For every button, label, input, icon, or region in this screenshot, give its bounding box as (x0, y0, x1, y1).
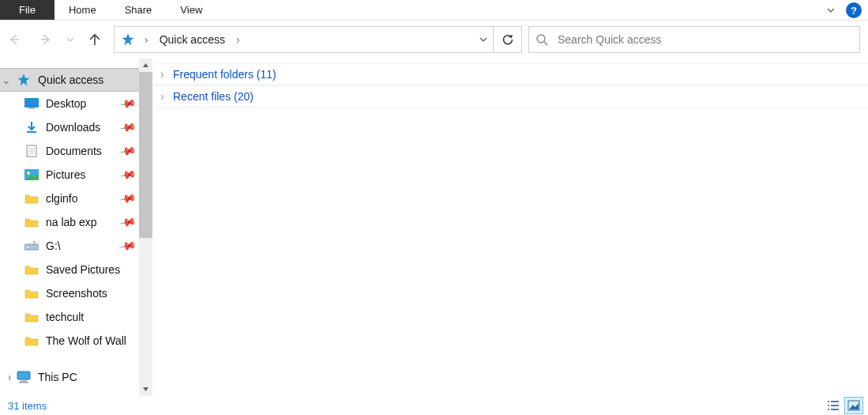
search-input[interactable] (556, 32, 853, 47)
nav-item-label: Saved Pictures (46, 263, 120, 276)
nav-item-label: Downloads (46, 121, 100, 134)
help-button[interactable]: ? (846, 2, 862, 18)
svg-rect-26 (831, 401, 839, 402)
scroll-thumb[interactable] (139, 72, 152, 238)
tab-file[interactable]: File (0, 0, 54, 20)
arrow-up-icon (88, 32, 102, 47)
arrow-left-icon (7, 32, 21, 47)
details-view-icon (827, 400, 840, 411)
group-header-link[interactable]: Frequent folders (11) (173, 68, 276, 81)
chevron-down-icon (479, 35, 488, 44)
chevron-down-icon[interactable]: ⌄ (2, 74, 11, 86)
tab-home[interactable]: Home (54, 0, 111, 20)
breadcrumb[interactable]: Quick access (156, 27, 228, 52)
pin-icon: 📌 (118, 119, 137, 137)
folder-icon (24, 191, 39, 206)
search-icon (535, 33, 548, 46)
svg-marker-6 (18, 74, 30, 86)
svg-rect-27 (828, 405, 829, 406)
history-dropdown[interactable] (65, 36, 76, 43)
group-frequent-folders[interactable]: › Frequent folders (11) (154, 63, 868, 85)
navitem-pictures[interactable]: Pictures 📌 (0, 163, 139, 187)
svg-rect-25 (828, 401, 829, 402)
group-recent-files[interactable]: › Recent files (20) (154, 85, 868, 108)
navitem-documents[interactable]: Documents 📌 (0, 139, 139, 163)
navitem-wolf-of-wall[interactable]: The Wolf of Wall (0, 329, 139, 353)
svg-rect-7 (24, 98, 39, 108)
svg-rect-22 (19, 382, 28, 383)
chevron-right-icon[interactable]: › (5, 371, 14, 383)
folder-icon (24, 286, 39, 300)
svg-point-15 (27, 172, 30, 175)
tab-share[interactable]: Share (111, 0, 167, 20)
refresh-button[interactable] (493, 27, 521, 52)
navitem-saved-pictures[interactable]: Saved Pictures (0, 258, 139, 281)
chevron-right-icon: › (231, 33, 245, 46)
scroll-up-button[interactable] (139, 58, 152, 72)
nav-item-label: This PC (38, 371, 77, 383)
svg-rect-21 (21, 380, 27, 382)
quick-access-star-icon (121, 32, 135, 47)
svg-marker-23 (143, 63, 148, 67)
nav-item-label: Documents (46, 145, 102, 157)
navitem-clginfo[interactable]: clginfo 📌 (0, 187, 139, 210)
chevron-right-icon[interactable]: › (160, 68, 173, 81)
nav-item-label: Screenshots (46, 287, 107, 300)
chevron-right-icon[interactable]: › (160, 90, 173, 103)
svg-point-18 (27, 247, 28, 248)
forward-button[interactable] (33, 27, 58, 52)
picture-icon (24, 168, 39, 182)
svg-rect-29 (828, 409, 829, 410)
nav-item-label: clginfo (46, 192, 77, 205)
help-icon: ? (851, 5, 857, 17)
navitem-quick-access[interactable]: ⌄ Quick access (0, 68, 139, 92)
toolbar: › Quick access › (0, 21, 868, 58)
view-large-icons-button[interactable] (844, 397, 863, 414)
pin-icon: 📌 (118, 95, 137, 113)
svg-rect-17 (24, 244, 39, 250)
navitem-downloads[interactable]: Downloads 📌 (0, 115, 139, 139)
chevron-right-icon: › (140, 33, 153, 46)
ribbon-collapse-dropdown[interactable] (821, 0, 841, 20)
navitem-na-lab-exp[interactable]: na lab exp 📌 (0, 210, 139, 234)
large-icons-view-icon (847, 400, 860, 411)
svg-rect-28 (831, 405, 839, 406)
drive-icon: ? (24, 239, 39, 253)
svg-marker-24 (143, 387, 148, 391)
item-count: 31 items (8, 400, 47, 412)
folder-icon (24, 334, 39, 348)
pin-icon: 📌 (118, 213, 137, 232)
address-bar[interactable]: › Quick access › (114, 26, 522, 53)
tab-view[interactable]: View (166, 0, 216, 20)
up-button[interactable] (82, 27, 107, 52)
star-icon (16, 73, 32, 87)
arrow-right-icon (39, 32, 53, 47)
desktop-icon (24, 96, 39, 111)
caret-down-icon (142, 386, 149, 393)
nav-item-label: The Wolf of Wall (46, 334, 126, 347)
scroll-down-button[interactable] (139, 383, 152, 396)
address-history-dropdown[interactable] (472, 27, 493, 52)
navitem-techcult[interactable]: techcult (0, 305, 139, 329)
back-button[interactable] (2, 27, 27, 52)
svg-marker-32 (849, 403, 859, 409)
svg-marker-3 (122, 34, 134, 46)
navpane-scrollbar[interactable] (139, 58, 152, 396)
svg-point-4 (537, 35, 545, 43)
navigation-pane: ⌄ Quick access Desktop 📌 Downloads 📌 Doc… (0, 58, 139, 396)
pin-icon: 📌 (118, 190, 137, 208)
navitem-screenshots[interactable]: Screenshots (0, 281, 139, 305)
view-details-button[interactable] (824, 397, 843, 414)
pin-icon: 📌 (118, 237, 137, 255)
navitem-this-pc[interactable]: › This PC (0, 365, 139, 389)
svg-rect-20 (17, 372, 30, 379)
document-icon (24, 144, 39, 158)
folder-icon (24, 310, 39, 324)
search-box[interactable] (528, 26, 860, 53)
navitem-drive-g[interactable]: ? G:\ 📌 (0, 234, 139, 258)
nav-item-label: Desktop (46, 97, 86, 110)
group-header-link[interactable]: Recent files (20) (173, 90, 254, 103)
pin-icon: 📌 (118, 166, 137, 184)
navitem-desktop[interactable]: Desktop 📌 (0, 92, 139, 115)
explorer-body: ⌄ Quick access Desktop 📌 Downloads 📌 Doc… (0, 58, 868, 396)
